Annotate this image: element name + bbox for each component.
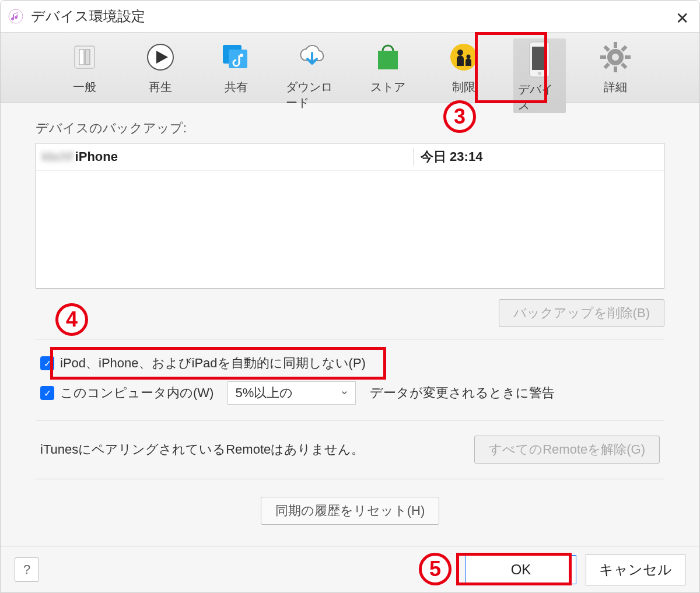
svg-point-15 — [538, 72, 541, 75]
tab-label: 制限 — [452, 79, 475, 95]
window-title: デバイス環境設定 — [31, 7, 145, 26]
svg-rect-21 — [621, 45, 627, 51]
footer: ? OK キャンセル — [1, 546, 699, 592]
svg-point-8 — [240, 54, 243, 57]
svg-rect-1 — [75, 46, 94, 68]
backup-date: 今日 23:14 — [413, 148, 658, 166]
svg-rect-19 — [600, 55, 606, 59]
cancel-label: キャンセル — [599, 562, 672, 577]
titlebar: デバイス環境設定 ✕ — [1, 1, 699, 32]
tab-label: 一般 — [73, 79, 96, 95]
backups-heading: デバイスのバックアップ: — [36, 120, 664, 137]
checkbox-checked-icon[interactable]: ✓ — [40, 356, 54, 370]
svg-rect-2 — [79, 50, 84, 65]
content-pane: デバイスのバックアップ: kbchf iPhone 今日 23:14 バックアッ… — [1, 103, 699, 546]
svg-point-12 — [467, 55, 471, 59]
tab-label: 再生 — [149, 79, 172, 95]
play-icon — [142, 38, 179, 76]
no-auto-sync-row[interactable]: ✓ iPod、iPhone、およびiPadを自動的に同期しない(P) — [36, 351, 664, 376]
checkbox-checked-icon[interactable]: ✓ — [40, 386, 54, 400]
threshold-select[interactable]: 5%以上の — [228, 381, 356, 405]
svg-rect-24 — [621, 62, 627, 69]
svg-rect-18 — [614, 66, 617, 72]
svg-rect-22 — [603, 62, 610, 69]
sharing-icon — [218, 38, 255, 76]
parental-icon — [445, 38, 482, 76]
tab-restrictions[interactable]: 制限 — [438, 38, 490, 95]
gear-icon — [597, 38, 634, 76]
tab-downloads[interactable]: ダウンロード — [286, 38, 338, 111]
cloud-download-icon — [293, 38, 331, 76]
close-icon[interactable]: ✕ — [676, 9, 689, 28]
warn-change-row: ✓ このコンピュータ内の(W) 5%以上の データが変更されるときに警告 — [36, 378, 664, 408]
tab-label: デバイス — [518, 82, 561, 113]
warn-prefix: このコンピュータ内の(W) — [60, 384, 214, 402]
switch-icon — [66, 38, 103, 76]
svg-rect-20 — [625, 55, 631, 59]
ok-label: OK — [511, 562, 531, 577]
tab-playback[interactable]: 再生 — [134, 38, 187, 95]
svg-rect-17 — [614, 42, 617, 48]
tab-label: 共有 — [225, 79, 248, 95]
svg-rect-14 — [532, 47, 547, 70]
tab-label: 詳細 — [604, 79, 627, 95]
threshold-value: 5%以上の — [235, 384, 293, 402]
divider — [36, 479, 664, 479]
ok-button[interactable]: OK — [466, 555, 576, 584]
warn-suffix: データが変更されるときに警告 — [370, 384, 555, 402]
tab-label: ストア — [370, 79, 405, 95]
svg-rect-9 — [378, 51, 398, 69]
divider — [36, 420, 664, 420]
svg-point-25 — [612, 54, 619, 61]
backup-device-name: iPhone — [75, 149, 118, 164]
svg-rect-23 — [603, 45, 610, 51]
store-icon — [369, 38, 407, 76]
divider — [36, 339, 664, 339]
device-icon — [521, 41, 558, 78]
toolbar: 一般 再生 共有 — [1, 32, 699, 103]
delete-backup-button[interactable]: バックアップを削除(B) — [499, 299, 664, 327]
svg-point-11 — [457, 50, 463, 55]
itunes-app-icon — [8, 8, 24, 24]
svg-rect-3 — [85, 50, 90, 65]
tab-label: ダウンロード — [286, 79, 338, 111]
backup-list[interactable]: kbchf iPhone 今日 23:14 — [36, 143, 664, 289]
remote-row: iTunesにペアリングされているRemoteはありません。 すべてのRemot… — [36, 432, 664, 467]
tab-general[interactable]: 一般 — [58, 38, 111, 95]
no-auto-sync-label: iPod、iPhone、およびiPadを自動的に同期しない(P) — [60, 355, 366, 372]
help-button[interactable]: ? — [15, 557, 39, 582]
reset-sync-history-button[interactable]: 同期の履歴をリセット(H) — [261, 497, 440, 525]
svg-point-10 — [450, 44, 477, 71]
remote-status: iTunesにペアリングされているRemoteはありません。 — [40, 441, 364, 458]
help-label: ? — [23, 562, 30, 577]
unpair-remotes-button[interactable]: すべてのRemoteを解除(G) — [474, 436, 660, 464]
tab-devices[interactable]: デバイス — [513, 38, 566, 113]
tab-advanced[interactable]: 詳細 — [589, 38, 642, 95]
tab-sharing[interactable]: 共有 — [210, 38, 262, 95]
backup-owner-blurred: kbchf — [42, 149, 73, 164]
backup-row[interactable]: kbchf iPhone 今日 23:14 — [36, 143, 664, 171]
cancel-button[interactable]: キャンセル — [586, 554, 685, 585]
tab-store[interactable]: ストア — [362, 38, 414, 95]
preferences-window: デバイス環境設定 ✕ 一般 再生 — [0, 0, 700, 593]
